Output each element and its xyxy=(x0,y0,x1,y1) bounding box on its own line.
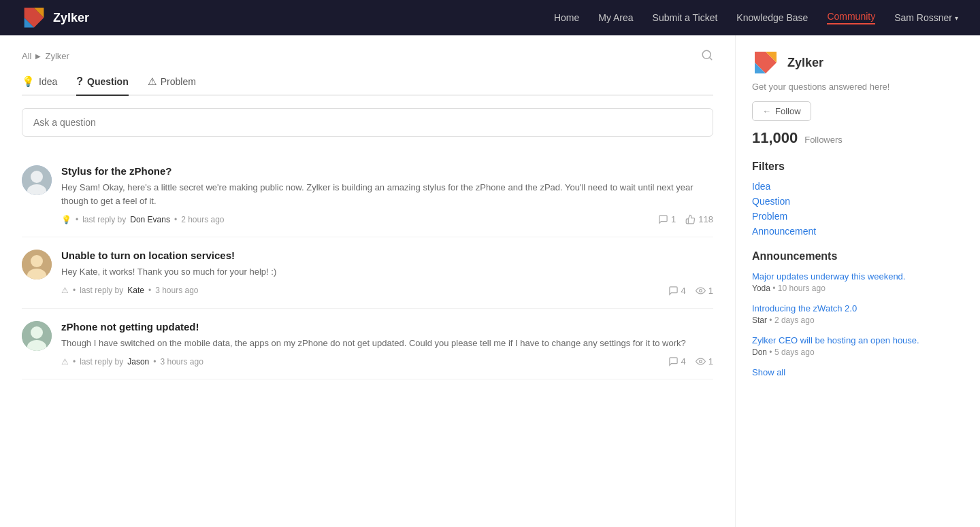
announcement-title[interactable]: Introducing the zWatch 2.0 xyxy=(752,303,857,313)
sidebar-brand: Zylker xyxy=(752,49,936,76)
nav-links: Home My Area Submit a Ticket Knowledge B… xyxy=(554,11,875,24)
search-icon[interactable] xyxy=(701,49,713,63)
announcement-meta: Star • 2 days ago xyxy=(752,316,936,325)
breadcrumb-sep: ▶ xyxy=(35,52,41,60)
filters-title: Filters xyxy=(752,160,936,173)
announcement-title[interactable]: Major updates underway this weekend. xyxy=(752,271,905,282)
question-icon: ? xyxy=(76,75,83,88)
post-excerpt: Hey Kate, it works! Thank you so much fo… xyxy=(61,265,713,279)
announcement-item: Introducing the zWatch 2.0 Star • 2 days… xyxy=(752,303,936,325)
filter-item: Announcement xyxy=(752,226,936,237)
announcement-sep: • xyxy=(769,316,774,325)
filter-announcement[interactable]: Announcement xyxy=(752,226,816,237)
post-type-icon: ⚠ xyxy=(61,286,69,295)
follow-button[interactable]: ← Follow xyxy=(752,101,811,121)
post-stats: 4 1 xyxy=(668,286,713,296)
post-body: Stylus for the zPhone? Hey Sam! Okay, he… xyxy=(61,165,713,224)
comment-stat: 4 xyxy=(668,286,686,296)
post-excerpt: Though I have switched on the mobile dat… xyxy=(61,337,713,350)
avatar xyxy=(22,250,52,279)
tab-problem[interactable]: ⚠ Problem xyxy=(148,75,196,96)
avatar-image xyxy=(22,321,52,351)
post-type-icon: ⚠ xyxy=(61,357,69,367)
show-all-link[interactable]: Show all xyxy=(752,367,785,377)
view-stat: 1 xyxy=(696,356,713,367)
nav-submit-ticket[interactable]: Submit a Ticket xyxy=(653,12,718,23)
comment-stat: 4 xyxy=(668,356,686,367)
brand-logo-icon xyxy=(22,5,46,30)
svg-point-6 xyxy=(31,171,43,183)
followers-label: Followers xyxy=(804,135,843,145)
tab-idea[interactable]: 💡 Idea xyxy=(22,75,57,96)
brand-name: Zylker xyxy=(53,11,89,25)
filter-problem[interactable]: Problem xyxy=(752,211,787,222)
problem-icon: ⚠ xyxy=(148,75,157,88)
comment-count: 4 xyxy=(681,356,686,367)
nav-community[interactable]: Community xyxy=(827,11,875,24)
sidebar-logo-icon xyxy=(752,49,779,76)
announcement-author: Star xyxy=(752,316,767,325)
post-meta: ⚠ • last reply by Kate • 3 hours ago 4 1 xyxy=(61,286,713,296)
post-excerpt: Hey Sam! Okay, here's a little secret we… xyxy=(61,181,713,207)
brand[interactable]: Zylker xyxy=(22,5,89,30)
svg-point-15 xyxy=(699,360,702,363)
announcement-title[interactable]: Zylker CEO will be hosting an open house… xyxy=(752,335,919,345)
post-author: Don Evans xyxy=(130,215,170,224)
meta-dot: • xyxy=(148,286,151,295)
post-time: 2 hours ago xyxy=(181,215,224,224)
user-menu[interactable]: Sam Rossner xyxy=(894,12,958,23)
breadcrumb-all[interactable]: All xyxy=(22,51,31,61)
ask-input[interactable] xyxy=(22,108,713,137)
topic-tabs: 💡 Idea ? Question ⚠ Problem xyxy=(22,75,713,96)
post-title[interactable]: zPhone not getting updated! xyxy=(61,321,713,333)
announcement-item: Zylker CEO will be hosting an open house… xyxy=(752,335,936,357)
filter-item: Idea xyxy=(752,181,936,192)
comment-icon xyxy=(668,356,679,367)
filter-idea[interactable]: Idea xyxy=(752,181,770,192)
view-count: 1 xyxy=(708,356,713,367)
breadcrumb: All ▶ Zylker xyxy=(22,49,713,63)
meta-text: last reply by xyxy=(80,286,123,295)
sidebar-tagline: Get your questions answered here! xyxy=(752,82,936,92)
avatar xyxy=(22,321,52,351)
post-body: zPhone not getting updated! Though I hav… xyxy=(61,321,713,367)
tab-question-label: Question xyxy=(87,76,129,87)
followers-row: 11,000 Followers xyxy=(752,129,936,147)
announcements-list: Major updates underway this weekend. Yod… xyxy=(752,271,936,357)
breadcrumb-current: Zylker xyxy=(45,51,69,61)
followers-count: 11,000 xyxy=(752,129,798,146)
avatar-image xyxy=(22,165,52,195)
view-stat: 1 xyxy=(696,286,713,296)
avatar-image xyxy=(22,250,52,279)
announcements-title: Announcements xyxy=(752,250,936,262)
nav-my-area[interactable]: My Area xyxy=(598,12,633,23)
like-count: 118 xyxy=(698,214,713,224)
svg-point-11 xyxy=(699,289,702,292)
view-icon xyxy=(696,286,706,296)
follow-icon: ← xyxy=(762,106,771,116)
filter-question[interactable]: Question xyxy=(752,196,790,207)
announcement-time: 2 days ago xyxy=(774,316,815,325)
tab-question[interactable]: ? Question xyxy=(76,75,128,96)
post-time: 3 hours ago xyxy=(160,357,203,367)
post-item: zPhone not getting updated! Though I hav… xyxy=(22,309,713,380)
meta-dot: • xyxy=(153,357,156,367)
announcement-time: 10 hours ago xyxy=(778,284,826,293)
tab-problem-label: Problem xyxy=(161,76,196,87)
announcement-item: Major updates underway this weekend. Yod… xyxy=(752,271,936,293)
svg-point-9 xyxy=(31,255,43,267)
post-title[interactable]: Stylus for the zPhone? xyxy=(61,165,713,177)
announcement-meta: Don • 5 days ago xyxy=(752,347,936,357)
post-type-icon: 💡 xyxy=(61,215,71,224)
nav-home[interactable]: Home xyxy=(554,12,579,23)
idea-icon: 💡 xyxy=(22,75,35,88)
comment-icon xyxy=(658,214,668,224)
nav-knowledge-base[interactable]: Knowledge Base xyxy=(736,12,808,23)
post-title[interactable]: Unable to turn on location services! xyxy=(61,250,713,261)
main-content: All ▶ Zylker 💡 Idea ? Question ⚠ Problem xyxy=(0,35,735,527)
comment-icon xyxy=(668,286,679,296)
like-icon xyxy=(685,214,696,224)
post-meta: ⚠ • last reply by Jason • 3 hours ago 4 … xyxy=(61,356,713,367)
post-body: Unable to turn on location services! Hey… xyxy=(61,250,713,296)
comment-stat: 1 xyxy=(658,214,676,224)
